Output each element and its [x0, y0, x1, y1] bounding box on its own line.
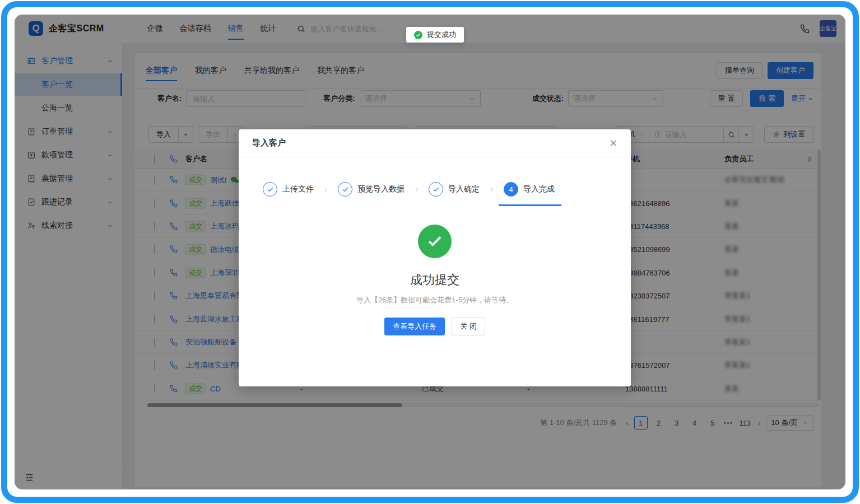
step-label: 导入确定 — [448, 184, 480, 194]
modal-title: 导入客户 — [252, 138, 286, 148]
app-root: Q 企客宝SCRM 企微会话存档销售统计 企客宝 客户管理客户一览公海一览订单管… — [15, 15, 845, 489]
success-title: 成功提交 — [410, 272, 459, 288]
step-separator-icon — [322, 186, 329, 193]
step-circle — [263, 182, 277, 197]
success-check-icon — [418, 225, 452, 258]
success-description: 导入【26条】数据可能会花费1-5分钟，请等待。 — [356, 295, 513, 305]
toast-success: 提交成功 — [406, 27, 464, 43]
step-label: 导入完成 — [523, 184, 555, 194]
step-预览导入数据: 预览导入数据 — [338, 182, 405, 197]
step-label: 预览导入数据 — [357, 184, 405, 194]
step-circle — [338, 182, 352, 197]
import-customer-modal: 导入客户 ✕ 上传文件预览导入数据导入确定4导入完成 成功提交 导入【26条】数… — [239, 129, 631, 386]
step-导入完成: 4导入完成 — [504, 182, 555, 197]
step-导入确定: 导入确定 — [429, 182, 480, 197]
step-circle: 4 — [504, 182, 518, 197]
window-frame: Q 企客宝SCRM 企微会话存档销售统计 企客宝 客户管理客户一览公海一览订单管… — [1, 1, 859, 503]
step-label: 上传文件 — [282, 184, 314, 194]
view-import-task-button[interactable]: 查看导入任务 — [384, 318, 445, 335]
step-separator-icon — [488, 186, 495, 193]
step-circle — [429, 182, 443, 197]
modal-buttons: 查看导入任务 关 闭 — [384, 318, 485, 335]
step-separator-icon — [413, 186, 420, 193]
import-steps: 上传文件预览导入数据导入确定4导入完成 — [239, 157, 631, 197]
step-上传文件: 上传文件 — [263, 182, 314, 197]
success-check-icon — [414, 31, 422, 39]
toast-text: 提交成功 — [427, 30, 456, 40]
modal-body: 成功提交 导入【26条】数据可能会花费1-5分钟，请等待。 查看导入任务 关 闭 — [239, 197, 631, 335]
close-button[interactable]: 关 闭 — [452, 318, 485, 335]
close-icon[interactable]: ✕ — [609, 138, 617, 148]
modal-header: 导入客户 ✕ — [239, 129, 631, 157]
